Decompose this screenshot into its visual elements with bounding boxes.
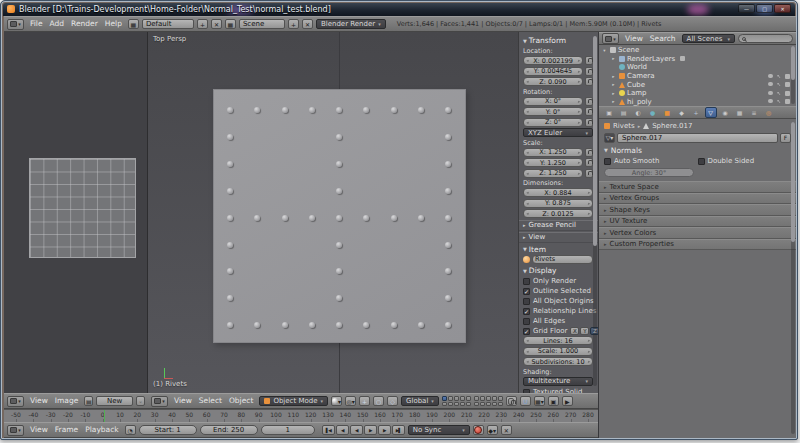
transform-orientation-select[interactable]: Global▾ — [401, 396, 439, 406]
menu-view[interactable]: View — [622, 33, 646, 45]
pin-icon[interactable]: ◦ — [136, 396, 145, 406]
menu-render[interactable]: Render — [68, 18, 101, 30]
current-frame-field[interactable]: 1 — [261, 425, 315, 435]
location-x-field[interactable]: ◂X: 0.002199▸ — [523, 56, 583, 65]
tab-material[interactable]: ◉ — [719, 107, 731, 118]
dimension-x-field[interactable]: ◂X: 0.884▸ — [523, 188, 593, 197]
layer-toggle[interactable] — [460, 402, 465, 407]
layer-toggle[interactable] — [448, 402, 453, 407]
layer-toggle[interactable] — [442, 396, 447, 401]
outliner-scope-select[interactable]: All Scenes▾ — [682, 34, 735, 43]
triangle-right-icon[interactable]: ▸ — [610, 82, 617, 87]
scale-y-field[interactable]: ◂Y: 1.250▸ — [523, 158, 583, 167]
menu-object[interactable]: Object — [226, 395, 256, 407]
outliner-item-lamp[interactable]: ▸Lamp↖ — [601, 89, 794, 98]
grid-axis-y-toggle[interactable]: Y — [580, 327, 589, 335]
viewport-shading-select[interactable]: ▾ — [331, 396, 342, 406]
scale-field[interactable]: ◂Scale: 1.000▸ — [523, 347, 593, 356]
outliner-item-cube[interactable]: ▸Cube↖ — [601, 80, 794, 89]
tab-physics[interactable]: ◎ — [763, 107, 775, 118]
panel-uv-texture[interactable]: ▸UV Texture — [599, 216, 796, 228]
relationship-lines-checkbox[interactable]: ✓ — [523, 308, 530, 315]
close-button[interactable]: ✕ — [774, 4, 791, 13]
keying-set-select[interactable]: ◆▾ — [487, 425, 498, 435]
lock-icon[interactable] — [585, 118, 593, 127]
layer-toggle[interactable] — [492, 402, 497, 407]
maximize-button[interactable]: □ — [756, 4, 773, 13]
triangle-right-icon[interactable]: ▸ — [610, 99, 617, 104]
selectability-arrow-icon[interactable]: ↖ — [777, 74, 781, 78]
frame-end-field[interactable]: End: 250 — [200, 425, 258, 435]
grid-axis-x-toggle[interactable]: X — [570, 327, 579, 335]
insert-keyframe-button[interactable]: ✕ — [501, 425, 512, 435]
add-scene-button[interactable]: + — [288, 19, 299, 29]
panel-normals[interactable]: ▼Normals — [604, 144, 791, 156]
mesh-browse-icon[interactable]: ▽▾ — [604, 133, 615, 143]
auto-keyframe-toggle[interactable] — [473, 425, 484, 435]
panel-display[interactable]: ▼Display — [523, 265, 593, 276]
panel-vertex-groups[interactable]: ▸Vertex Groups — [599, 193, 796, 205]
visibility-eye-icon[interactable] — [768, 74, 773, 78]
visibility-eye-icon[interactable] — [768, 82, 773, 86]
fake-user-button[interactable]: F — [780, 133, 791, 143]
renderability-camera-icon[interactable] — [785, 99, 790, 104]
menu-search[interactable]: Search — [647, 33, 679, 45]
menu-playback[interactable]: Playback — [82, 424, 121, 436]
uv-image-editor[interactable] — [4, 32, 148, 393]
tab-object[interactable]: ■ — [661, 107, 673, 118]
frame-start-field[interactable]: Start: 1 — [139, 425, 197, 435]
outliner-scrollbar[interactable] — [791, 46, 795, 104]
menu-add[interactable]: Add — [47, 18, 68, 30]
next-keyframe-button[interactable]: ▶ — [378, 425, 391, 435]
visibility-eye-icon[interactable] — [768, 99, 773, 103]
panel-vertex-colors[interactable]: ▸Vertex Colors — [599, 227, 796, 239]
menu-view[interactable]: View — [171, 395, 195, 407]
play-button[interactable]: ▶ — [364, 425, 377, 435]
menu-select[interactable]: Select — [196, 395, 225, 407]
tab-data[interactable]: ▽ — [705, 107, 717, 118]
rotation-z-field[interactable]: ◂Z: 0°▸ — [523, 118, 583, 127]
rotation-y-field[interactable]: ◂Y: 0°▸ — [523, 107, 583, 116]
layer-toggle[interactable] — [460, 396, 465, 401]
triangle-right-icon[interactable]: ▸ — [610, 91, 617, 96]
lock-icon[interactable] — [585, 77, 593, 86]
mode-select[interactable]: Object Mode▾ — [259, 396, 328, 406]
outliner-item-world[interactable]: World — [601, 63, 794, 72]
layer-toggle[interactable] — [498, 396, 503, 401]
render-opengl-anim-button[interactable]: ▶ — [562, 396, 573, 406]
snap-magnet-toggle[interactable]: U — [520, 396, 531, 406]
selectability-arrow-icon[interactable]: ↖ — [777, 82, 781, 86]
delete-layout-button[interactable]: ✕ — [211, 19, 222, 29]
n-panel-scrollbar[interactable] — [593, 36, 597, 386]
selectability-arrow-icon[interactable]: ↖ — [777, 99, 781, 103]
editor-type-button[interactable]: ▾ — [7, 19, 24, 30]
shading-mode-select[interactable]: Multitexture▾ — [523, 377, 593, 386]
location-y-field[interactable]: ◂Y: 0.004645▸ — [523, 67, 583, 76]
screen-layout-field[interactable]: Default — [142, 19, 194, 29]
menu-help[interactable]: Help — [102, 18, 125, 30]
layer-toggle[interactable] — [448, 396, 453, 401]
all-edges-checkbox[interactable] — [523, 318, 530, 325]
menu-view[interactable]: View — [27, 395, 51, 407]
breadcrumb-data[interactable]: Sphere.017 — [652, 122, 692, 130]
lines-field[interactable]: ◂Lines: 16▸ — [523, 336, 593, 345]
grid-floor-checkbox[interactable]: ✓ — [523, 328, 530, 335]
screen-layout-browse-icon[interactable]: ▦ — [128, 19, 139, 29]
panel-view[interactable]: ▸View — [519, 232, 598, 243]
manipulator-rotate-toggle[interactable]: ○ — [373, 396, 384, 406]
outliner-item-hi_poly[interactable]: ▸hi_poly↖ — [601, 98, 794, 107]
lock-icon[interactable] — [585, 56, 593, 65]
tab-world[interactable]: ● — [647, 107, 659, 118]
auto-smooth-checkbox[interactable] — [604, 158, 611, 165]
jump-to-start-button[interactable]: ▌◀ — [322, 425, 335, 435]
breadcrumb-object[interactable]: Rivets — [613, 122, 635, 130]
sync-mode-select[interactable]: No Sync▾ — [408, 425, 470, 435]
editor-type-button[interactable]: ▾ — [151, 396, 168, 407]
tab-scene[interactable]: ◐ — [632, 107, 644, 118]
menu-frame[interactable]: Frame — [52, 424, 81, 436]
render-opengl-button[interactable]: ▣ — [548, 396, 559, 406]
use-preview-range-toggle[interactable]: ◔ — [125, 425, 136, 435]
lock-icon[interactable] — [585, 97, 593, 106]
panel-grease-pencil[interactable]: ▸Grease Pencil — [519, 220, 598, 231]
layer-toggle[interactable] — [454, 396, 459, 401]
